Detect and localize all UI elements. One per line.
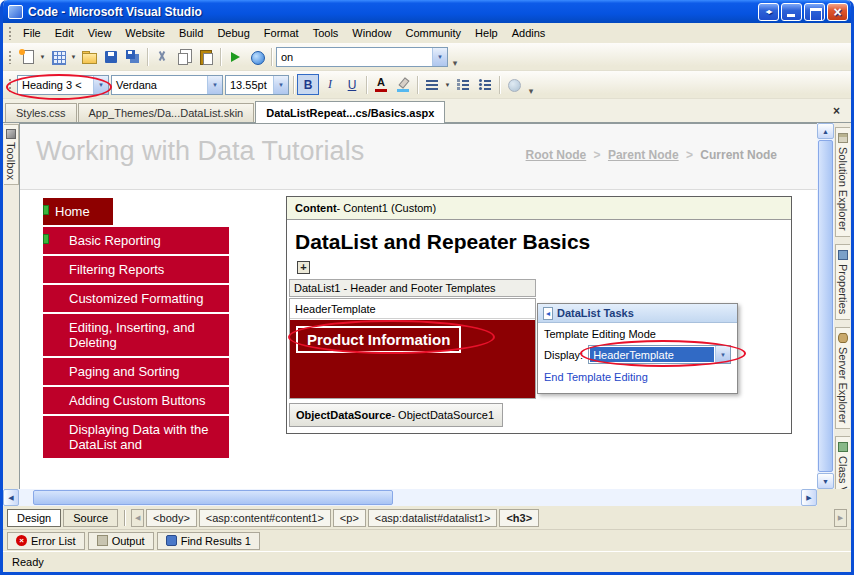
dropdown-arrow-icon[interactable]	[273, 76, 288, 94]
source-view-button[interactable]: Source	[63, 509, 118, 527]
new-file-dropdown-icon[interactable]	[38, 54, 47, 60]
underline-button[interactable]: U	[341, 74, 363, 95]
nav-item-customized-formatting[interactable]: Customized Formatting	[43, 285, 229, 312]
italic-button[interactable]: I	[319, 74, 341, 95]
menu-addins[interactable]: Addins	[505, 25, 553, 41]
scroll-right-icon[interactable]: ▶	[801, 489, 817, 506]
copy-button[interactable]	[173, 46, 195, 68]
cut-button[interactable]	[151, 46, 173, 68]
content-placeholder[interactable]: Content - Content1 (Custom) DataList and…	[286, 196, 792, 434]
bullet-list-button[interactable]	[474, 74, 496, 96]
scroll-up-icon[interactable]: ▲	[817, 123, 834, 139]
add-item-button[interactable]	[47, 46, 69, 68]
tab-datalist-skin[interactable]: App_Themes/Da...DataList.skin	[78, 103, 255, 122]
product-information-text[interactable]: Product Information	[296, 326, 461, 353]
horizontal-scroll-thumb[interactable]	[33, 490, 393, 505]
datalist-header-bar[interactable]: DataList1 - Header and Footer Templates	[289, 279, 536, 297]
add-item-dropdown-icon[interactable]	[69, 54, 78, 60]
nav-item-home[interactable]: Home	[43, 198, 113, 225]
nav-item-editing-inserting-deleting[interactable]: Editing, Inserting, and Deleting	[43, 314, 229, 356]
maximize-button[interactable]	[804, 3, 825, 21]
save-button[interactable]	[100, 46, 122, 68]
breadcrumb-root-link[interactable]: Root Node	[526, 148, 587, 162]
tab-styles-css[interactable]: Styles.css	[5, 103, 77, 122]
find-results-tab[interactable]: Find Results 1	[157, 532, 260, 550]
tag-h3[interactable]: <h3>	[499, 509, 539, 527]
solution-explorer-tab[interactable]: Solution Explorer	[835, 127, 850, 237]
alignment-button[interactable]	[421, 74, 443, 96]
browse-button[interactable]	[246, 46, 268, 68]
display-template-combo[interactable]: HeaderTemplate	[588, 345, 731, 364]
tag-body[interactable]: <body>	[146, 509, 197, 527]
menu-community[interactable]: Community	[398, 25, 468, 41]
close-document-icon[interactable]	[830, 104, 843, 118]
tag-asp-datalist[interactable]: <asp:datalist#datalist1>	[368, 509, 498, 527]
horizontal-scroll-track[interactable]	[19, 489, 801, 506]
error-list-tab[interactable]: Error List	[7, 532, 85, 550]
tab-basics-aspx[interactable]: DataListRepeat...cs/Basics.aspx	[255, 101, 445, 123]
save-all-button[interactable]	[122, 46, 144, 68]
toolbar-options-icon[interactable]	[449, 46, 461, 68]
toolbox-tab[interactable]: Toolbox	[4, 124, 19, 185]
font-name-combo[interactable]: Verdana	[111, 75, 223, 95]
hyperlink-button[interactable]	[503, 74, 525, 96]
objectdatasource-control[interactable]: ObjectDataSource - ObjectDataSource1	[289, 403, 503, 427]
font-color-button[interactable]	[370, 74, 392, 96]
font-size-combo[interactable]: 13.55pt	[225, 75, 289, 95]
properties-tab[interactable]: Properties	[835, 244, 850, 320]
paste-button[interactable]	[195, 46, 217, 68]
menu-help[interactable]: Help	[468, 25, 505, 41]
menu-debug[interactable]: Debug	[210, 25, 256, 41]
header-template-region[interactable]: Product Information	[290, 320, 535, 398]
highlight-button[interactable]	[392, 74, 414, 96]
nav-item-displaying-data[interactable]: Displaying Data with the DataList and	[43, 416, 229, 458]
nav-item-filtering-reports[interactable]: Filtering Reports	[43, 256, 229, 283]
datalist-template-editor[interactable]: HeaderTemplate Product Information	[289, 298, 536, 399]
window-menu-button[interactable]	[758, 3, 779, 21]
minimize-button[interactable]	[781, 3, 802, 21]
menu-edit[interactable]: Edit	[48, 25, 81, 41]
tag-scroll-right-button[interactable]: ▶	[834, 509, 847, 527]
dropdown-arrow-icon[interactable]	[715, 346, 730, 363]
dropdown-arrow-icon[interactable]	[432, 48, 447, 66]
scroll-down-icon[interactable]: ▼	[817, 473, 834, 489]
menu-website[interactable]: Website	[118, 25, 172, 41]
dropdown-arrow-icon[interactable]	[93, 76, 108, 94]
open-file-button[interactable]	[78, 46, 100, 68]
vertical-scrollbar[interactable]: ▲ ▼	[817, 123, 834, 489]
bold-button[interactable]: B	[297, 74, 319, 95]
alignment-dropdown-icon[interactable]	[443, 82, 452, 88]
move-handle-icon[interactable]	[297, 261, 310, 274]
menu-format[interactable]: Format	[257, 25, 306, 41]
block-format-combo[interactable]: Heading 3 <	[17, 75, 109, 95]
toolbar-options-icon[interactable]	[525, 74, 537, 96]
vertical-scroll-thumb[interactable]	[818, 140, 833, 472]
menu-window[interactable]: Window	[345, 25, 398, 41]
horizontal-scrollbar[interactable]: ◀ ▶	[3, 489, 851, 506]
target-combo[interactable]: on	[276, 47, 448, 67]
dropdown-arrow-icon[interactable]	[207, 76, 222, 94]
start-debug-button[interactable]	[224, 46, 246, 68]
display-row: Display: HeaderTemplate	[538, 342, 737, 367]
scroll-left-icon[interactable]: ◀	[3, 489, 19, 506]
menu-build[interactable]: Build	[172, 25, 210, 41]
nav-item-paging-sorting[interactable]: Paging and Sorting	[43, 358, 229, 385]
tag-p[interactable]: <p>	[333, 509, 366, 527]
end-template-editing-link[interactable]: End Template Editing	[538, 367, 737, 387]
new-file-button[interactable]	[16, 46, 38, 68]
collapse-tasks-icon[interactable]	[543, 307, 553, 320]
tag-scroll-left-button[interactable]: ◀	[131, 509, 144, 527]
menu-file[interactable]: File	[16, 25, 48, 41]
numbered-list-button[interactable]	[452, 74, 474, 96]
breadcrumb-parent-link[interactable]: Parent Node	[608, 148, 679, 162]
nav-item-basic-reporting[interactable]: Basic Reporting	[43, 227, 229, 254]
menu-view[interactable]: View	[81, 25, 119, 41]
close-button[interactable]	[827, 3, 848, 21]
output-tab[interactable]: Output	[88, 532, 154, 550]
menu-tools[interactable]: Tools	[306, 25, 346, 41]
design-view-button[interactable]: Design	[7, 509, 61, 527]
content-placeholder-header[interactable]: Content - Content1 (Custom)	[287, 197, 791, 220]
tag-asp-content[interactable]: <asp:content#content1>	[199, 509, 331, 527]
server-explorer-tab[interactable]: Server Explorer	[835, 327, 850, 429]
nav-item-adding-custom-buttons[interactable]: Adding Custom Buttons	[43, 387, 229, 414]
